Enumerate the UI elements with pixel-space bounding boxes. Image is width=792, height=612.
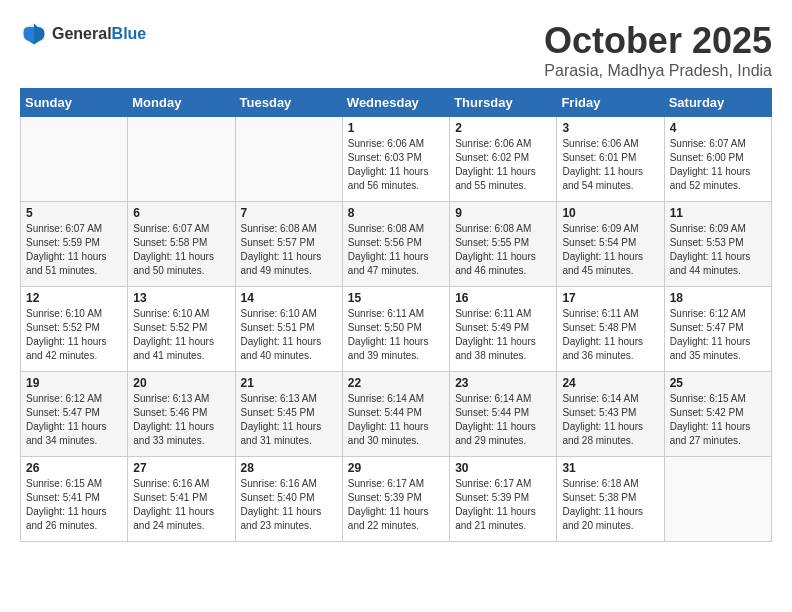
day-number: 26	[26, 461, 122, 475]
day-info: Sunrise: 6:13 AM Sunset: 5:45 PM Dayligh…	[241, 392, 337, 448]
day-number: 15	[348, 291, 444, 305]
calendar-cell: 15 Sunrise: 6:11 AM Sunset: 5:50 PM Dayl…	[342, 287, 449, 372]
sunrise-text: Sunrise: 6:11 AM	[455, 308, 531, 319]
day-number: 23	[455, 376, 551, 390]
day-info: Sunrise: 6:11 AM Sunset: 5:50 PM Dayligh…	[348, 307, 444, 363]
day-number: 21	[241, 376, 337, 390]
calendar-cell: 1 Sunrise: 6:06 AM Sunset: 6:03 PM Dayli…	[342, 117, 449, 202]
sunset-text: Sunset: 5:46 PM	[133, 407, 207, 418]
sunrise-text: Sunrise: 6:15 AM	[670, 393, 746, 404]
calendar-cell: 21 Sunrise: 6:13 AM Sunset: 5:45 PM Dayl…	[235, 372, 342, 457]
sunrise-text: Sunrise: 6:11 AM	[562, 308, 638, 319]
sunrise-text: Sunrise: 6:13 AM	[133, 393, 209, 404]
sunset-text: Sunset: 5:54 PM	[562, 237, 636, 248]
daylight-text: Daylight: 11 hours and 22 minutes.	[348, 506, 429, 531]
sunset-text: Sunset: 5:56 PM	[348, 237, 422, 248]
day-number: 11	[670, 206, 766, 220]
sunrise-text: Sunrise: 6:15 AM	[26, 478, 102, 489]
day-info: Sunrise: 6:11 AM Sunset: 5:48 PM Dayligh…	[562, 307, 658, 363]
sunset-text: Sunset: 5:59 PM	[26, 237, 100, 248]
daylight-text: Daylight: 11 hours and 28 minutes.	[562, 421, 643, 446]
day-number: 13	[133, 291, 229, 305]
calendar-cell: 28 Sunrise: 6:16 AM Sunset: 5:40 PM Dayl…	[235, 457, 342, 542]
daylight-text: Daylight: 11 hours and 24 minutes.	[133, 506, 214, 531]
calendar-cell: 11 Sunrise: 6:09 AM Sunset: 5:53 PM Dayl…	[664, 202, 771, 287]
day-number: 12	[26, 291, 122, 305]
calendar-header-row: Sunday Monday Tuesday Wednesday Thursday…	[21, 89, 772, 117]
day-info: Sunrise: 6:18 AM Sunset: 5:38 PM Dayligh…	[562, 477, 658, 533]
daylight-text: Daylight: 11 hours and 26 minutes.	[26, 506, 107, 531]
day-number: 10	[562, 206, 658, 220]
day-info: Sunrise: 6:08 AM Sunset: 5:56 PM Dayligh…	[348, 222, 444, 278]
sunset-text: Sunset: 5:39 PM	[455, 492, 529, 503]
sunrise-text: Sunrise: 6:17 AM	[348, 478, 424, 489]
daylight-text: Daylight: 11 hours and 27 minutes.	[670, 421, 751, 446]
day-info: Sunrise: 6:14 AM Sunset: 5:43 PM Dayligh…	[562, 392, 658, 448]
day-number: 6	[133, 206, 229, 220]
page-header: GeneralBlue October 2025 Parasia, Madhya…	[20, 20, 772, 80]
sunset-text: Sunset: 5:48 PM	[562, 322, 636, 333]
day-info: Sunrise: 6:12 AM Sunset: 5:47 PM Dayligh…	[26, 392, 122, 448]
calendar-cell: 6 Sunrise: 6:07 AM Sunset: 5:58 PM Dayli…	[128, 202, 235, 287]
sunrise-text: Sunrise: 6:06 AM	[562, 138, 638, 149]
calendar-cell: 17 Sunrise: 6:11 AM Sunset: 5:48 PM Dayl…	[557, 287, 664, 372]
calendar-cell: 20 Sunrise: 6:13 AM Sunset: 5:46 PM Dayl…	[128, 372, 235, 457]
daylight-text: Daylight: 11 hours and 44 minutes.	[670, 251, 751, 276]
sunrise-text: Sunrise: 6:07 AM	[133, 223, 209, 234]
day-number: 20	[133, 376, 229, 390]
sunset-text: Sunset: 5:38 PM	[562, 492, 636, 503]
daylight-text: Daylight: 11 hours and 50 minutes.	[133, 251, 214, 276]
logo-icon	[20, 20, 48, 48]
sunrise-text: Sunrise: 6:10 AM	[241, 308, 317, 319]
calendar-week-row: 26 Sunrise: 6:15 AM Sunset: 5:41 PM Dayl…	[21, 457, 772, 542]
day-number: 9	[455, 206, 551, 220]
sunset-text: Sunset: 5:41 PM	[133, 492, 207, 503]
day-info: Sunrise: 6:07 AM Sunset: 6:00 PM Dayligh…	[670, 137, 766, 193]
sunset-text: Sunset: 5:47 PM	[670, 322, 744, 333]
daylight-text: Daylight: 11 hours and 47 minutes.	[348, 251, 429, 276]
sunrise-text: Sunrise: 6:08 AM	[241, 223, 317, 234]
calendar-cell: 5 Sunrise: 6:07 AM Sunset: 5:59 PM Dayli…	[21, 202, 128, 287]
sunrise-text: Sunrise: 6:06 AM	[455, 138, 531, 149]
day-info: Sunrise: 6:16 AM Sunset: 5:41 PM Dayligh…	[133, 477, 229, 533]
calendar-cell: 10 Sunrise: 6:09 AM Sunset: 5:54 PM Dayl…	[557, 202, 664, 287]
sunset-text: Sunset: 5:57 PM	[241, 237, 315, 248]
calendar-cell: 22 Sunrise: 6:14 AM Sunset: 5:44 PM Dayl…	[342, 372, 449, 457]
day-number: 22	[348, 376, 444, 390]
calendar-cell: 2 Sunrise: 6:06 AM Sunset: 6:02 PM Dayli…	[450, 117, 557, 202]
day-number: 27	[133, 461, 229, 475]
calendar-cell: 3 Sunrise: 6:06 AM Sunset: 6:01 PM Dayli…	[557, 117, 664, 202]
sunrise-text: Sunrise: 6:13 AM	[241, 393, 317, 404]
calendar-cell	[128, 117, 235, 202]
daylight-text: Daylight: 11 hours and 52 minutes.	[670, 166, 751, 191]
sunrise-text: Sunrise: 6:12 AM	[670, 308, 746, 319]
day-info: Sunrise: 6:06 AM Sunset: 6:02 PM Dayligh…	[455, 137, 551, 193]
sunset-text: Sunset: 5:44 PM	[455, 407, 529, 418]
calendar-cell: 7 Sunrise: 6:08 AM Sunset: 5:57 PM Dayli…	[235, 202, 342, 287]
calendar-cell	[235, 117, 342, 202]
sunset-text: Sunset: 5:55 PM	[455, 237, 529, 248]
calendar-week-row: 5 Sunrise: 6:07 AM Sunset: 5:59 PM Dayli…	[21, 202, 772, 287]
day-info: Sunrise: 6:12 AM Sunset: 5:47 PM Dayligh…	[670, 307, 766, 363]
day-info: Sunrise: 6:09 AM Sunset: 5:53 PM Dayligh…	[670, 222, 766, 278]
sunset-text: Sunset: 5:58 PM	[133, 237, 207, 248]
daylight-text: Daylight: 11 hours and 49 minutes.	[241, 251, 322, 276]
sunset-text: Sunset: 6:02 PM	[455, 152, 529, 163]
header-friday: Friday	[557, 89, 664, 117]
daylight-text: Daylight: 11 hours and 35 minutes.	[670, 336, 751, 361]
sunset-text: Sunset: 6:00 PM	[670, 152, 744, 163]
day-info: Sunrise: 6:08 AM Sunset: 5:57 PM Dayligh…	[241, 222, 337, 278]
day-number: 29	[348, 461, 444, 475]
daylight-text: Daylight: 11 hours and 55 minutes.	[455, 166, 536, 191]
daylight-text: Daylight: 11 hours and 56 minutes.	[348, 166, 429, 191]
sunset-text: Sunset: 5:49 PM	[455, 322, 529, 333]
daylight-text: Daylight: 11 hours and 41 minutes.	[133, 336, 214, 361]
daylight-text: Daylight: 11 hours and 54 minutes.	[562, 166, 643, 191]
daylight-text: Daylight: 11 hours and 45 minutes.	[562, 251, 643, 276]
sunset-text: Sunset: 5:53 PM	[670, 237, 744, 248]
sunset-text: Sunset: 5:51 PM	[241, 322, 315, 333]
logo: GeneralBlue	[20, 20, 146, 48]
sunrise-text: Sunrise: 6:11 AM	[348, 308, 424, 319]
day-info: Sunrise: 6:06 AM Sunset: 6:03 PM Dayligh…	[348, 137, 444, 193]
daylight-text: Daylight: 11 hours and 31 minutes.	[241, 421, 322, 446]
